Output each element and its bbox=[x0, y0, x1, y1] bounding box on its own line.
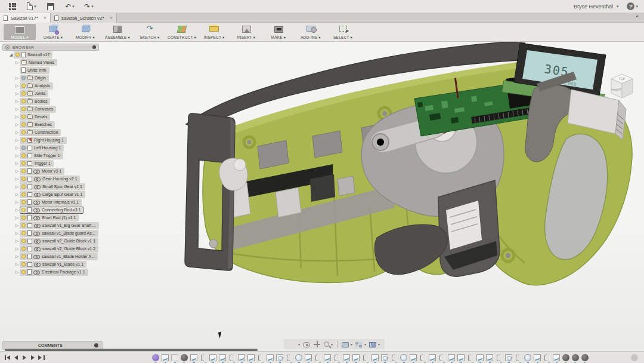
timeline-feature-joint-icon[interactable] bbox=[419, 354, 426, 361]
view-cube[interactable]: TOP FRONT bbox=[605, 69, 639, 105]
timeline-feature-sphere-dark-icon[interactable] bbox=[572, 354, 579, 361]
zoom-caret-icon[interactable]: ▾ bbox=[331, 342, 333, 346]
timeline-feature-sketch-icon[interactable] bbox=[371, 354, 379, 361]
browser-options-icon[interactable] bbox=[92, 45, 96, 49]
expand-arrow-icon[interactable]: ▷ bbox=[14, 262, 20, 267]
visibility-bulb-icon[interactable] bbox=[21, 153, 26, 158]
tree-item[interactable]: Motor v3 1 bbox=[20, 168, 64, 175]
play-button[interactable] bbox=[21, 354, 28, 361]
timeline-feature-joint-icon[interactable] bbox=[257, 354, 264, 361]
tree-item[interactable]: sawzall v1_Blade guard As... bbox=[20, 230, 98, 237]
toolbar-button-create[interactable]: CREATE ▾ bbox=[37, 23, 69, 41]
comments-options-icon[interactable] bbox=[94, 343, 98, 347]
step-back-button[interactable] bbox=[13, 354, 20, 361]
tab-close-icon[interactable]: × bbox=[110, 15, 113, 21]
timeline-feature-sketch-icon[interactable] bbox=[219, 354, 226, 361]
toolbar-button-assemble[interactable]: ASSEMBLE ▾ bbox=[101, 23, 134, 41]
timeline-feature-sketch-icon[interactable] bbox=[553, 354, 560, 361]
timeline-feature-sketch-icon[interactable] bbox=[343, 354, 350, 361]
zoom-icon[interactable] bbox=[324, 342, 329, 347]
tree-item[interactable]: Left Housing 1 bbox=[20, 144, 64, 152]
redo-icon[interactable]: ↷▾ bbox=[82, 2, 95, 11]
tree-item[interactable]: sawzall v1_Blade v1 1 bbox=[20, 261, 86, 268]
timeline-feature-joint-icon[interactable] bbox=[286, 354, 293, 361]
timeline-feature-sketch-icon[interactable] bbox=[429, 354, 436, 361]
visibility-bulb-icon[interactable] bbox=[21, 247, 26, 251]
timeline-feature-sphere-light-icon[interactable] bbox=[524, 354, 531, 361]
timeline-feature-sketch-icon[interactable] bbox=[238, 354, 245, 361]
timeline-feature-sketch-icon[interactable] bbox=[209, 354, 216, 361]
display-settings-icon[interactable] bbox=[342, 342, 349, 347]
timeline-feature-sketch-icon[interactable] bbox=[352, 354, 360, 361]
expand-arrow-icon[interactable]: ▷ bbox=[14, 99, 20, 104]
document-tab-1[interactable]: sawzall_Scratch v2*× bbox=[51, 13, 117, 23]
tree-item[interactable]: Motor Internals v1 1 bbox=[20, 199, 82, 206]
expand-arrow-icon[interactable]: ▷ bbox=[14, 223, 20, 228]
timeline-feature-sketch-icon[interactable] bbox=[247, 354, 255, 361]
expand-arrow-icon[interactable]: ▷ bbox=[14, 130, 20, 135]
tree-item[interactable]: Sawzall v17 bbox=[14, 51, 52, 59]
timeline-feature-sketch-icon[interactable] bbox=[486, 354, 493, 361]
timeline-feature-joint-icon[interactable] bbox=[200, 354, 207, 361]
timeline-feature-revolve-icon[interactable] bbox=[381, 354, 388, 361]
tree-item[interactable]: sawzall v1_Blade Holder A... bbox=[20, 253, 98, 260]
orbit-caret-icon[interactable]: ▾ bbox=[298, 342, 300, 346]
expand-arrow-icon[interactable]: ▷ bbox=[14, 76, 20, 81]
tree-item[interactable]: Gear Housing v2 1 bbox=[20, 176, 80, 183]
visibility-bulb-icon[interactable] bbox=[21, 161, 26, 165]
tree-item[interactable]: Short Rod (1) v1 1 bbox=[20, 214, 79, 222]
tree-item[interactable]: Construction bbox=[20, 129, 61, 136]
expand-arrow-icon[interactable]: ▷ bbox=[14, 91, 20, 96]
tree-item[interactable]: Large Spur Gear v1 1 bbox=[20, 191, 85, 198]
expand-arrow-icon[interactable]: ▷ bbox=[14, 153, 20, 158]
visibility-bulb-icon[interactable] bbox=[21, 99, 26, 103]
save-icon[interactable] bbox=[44, 2, 57, 11]
timeline-feature-sphere-light-icon[interactable] bbox=[295, 354, 302, 361]
viewport-canvas[interactable]: 305 888 − BROWSER ◢Sawzall v17▷Named Vie… bbox=[0, 42, 644, 363]
timeline-feature-joint-icon[interactable] bbox=[496, 354, 503, 361]
viewports-icon[interactable] bbox=[369, 342, 376, 347]
visibility-bulb-icon[interactable] bbox=[21, 208, 26, 212]
visibility-bulb-icon[interactable] bbox=[21, 177, 26, 181]
tree-item[interactable]: Joints bbox=[20, 90, 48, 97]
tree-item[interactable]: Sketches bbox=[20, 121, 55, 128]
tree-item[interactable]: sawzall v2_Guide Block v1 1 bbox=[20, 238, 98, 245]
timeline-feature-sketch-icon[interactable] bbox=[476, 354, 484, 361]
visibility-bulb-icon[interactable] bbox=[21, 192, 26, 196]
timeline-feature-sphere-light-icon[interactable] bbox=[400, 354, 407, 361]
toolbar-button-inspect[interactable]: INSPECT ▾ bbox=[198, 23, 230, 41]
tree-item[interactable]: Right Housing 1 bbox=[20, 137, 67, 144]
visibility-bulb-icon[interactable] bbox=[21, 270, 26, 274]
toolbar-button-modify[interactable]: MODIFY ▾ bbox=[69, 23, 101, 41]
visibility-bulb-icon[interactable] bbox=[21, 169, 26, 173]
timeline-feature-joint-icon[interactable] bbox=[333, 354, 340, 361]
expand-arrow-icon[interactable]: ▷ bbox=[14, 239, 20, 244]
visibility-bulb-icon[interactable] bbox=[21, 115, 26, 119]
toolbar-button-insert[interactable]: INSERT ▾ bbox=[230, 23, 262, 41]
visibility-bulb-icon[interactable] bbox=[21, 184, 26, 189]
expand-arrow-icon[interactable]: ▷ bbox=[14, 192, 20, 197]
undo-icon[interactable]: ↶▾ bbox=[63, 2, 76, 11]
toolbar-button-model[interactable]: MODEL ▾ bbox=[4, 24, 36, 40]
expand-arrow-icon[interactable]: ▷ bbox=[14, 184, 20, 189]
timeline-feature-joint-icon[interactable] bbox=[391, 354, 398, 361]
expand-arrow-icon[interactable]: ▷ bbox=[14, 231, 20, 236]
orbit-icon[interactable] bbox=[289, 341, 296, 347]
timeline-feature-joint-icon[interactable] bbox=[438, 354, 445, 361]
timeline-feature-sketch-icon[interactable] bbox=[410, 354, 417, 361]
expand-arrow-icon[interactable]: ▷ bbox=[14, 122, 20, 127]
expand-arrow-icon[interactable]: ▷ bbox=[14, 270, 20, 275]
timeline-feature-sphere-dark-icon[interactable] bbox=[181, 354, 188, 361]
visibility-bulb-icon[interactable] bbox=[21, 84, 26, 88]
timeline-feature-revolve-icon[interactable] bbox=[505, 354, 512, 361]
tree-item[interactable]: Side Trigger 1 bbox=[20, 152, 63, 159]
visibility-bulb-icon[interactable] bbox=[21, 76, 26, 80]
tree-item[interactable]: Decals bbox=[20, 113, 50, 121]
timeline-feature-sketch-icon[interactable] bbox=[534, 354, 541, 361]
skip-to-start-button[interactable] bbox=[5, 354, 11, 361]
expand-arrow-icon[interactable]: ▷ bbox=[14, 169, 20, 174]
tree-item[interactable]: Units: mm bbox=[20, 67, 49, 74]
visibility-bulb-icon[interactable] bbox=[21, 122, 26, 127]
timeline-feature-move-icon[interactable] bbox=[171, 354, 178, 361]
timeline-settings-gear-icon[interactable] bbox=[631, 354, 638, 361]
